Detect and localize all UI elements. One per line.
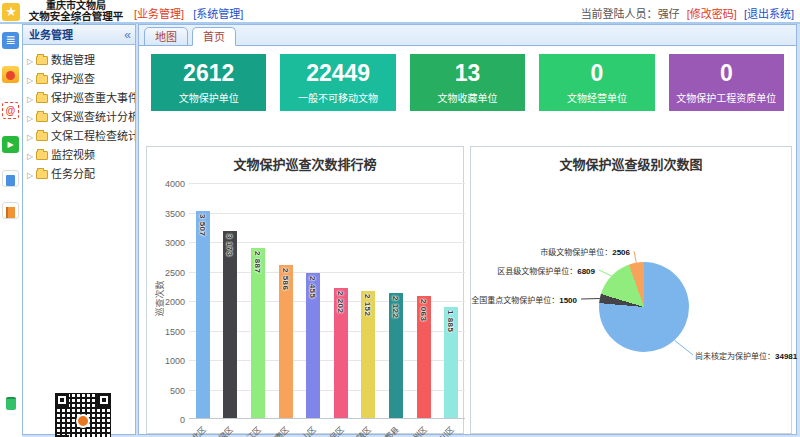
bar-value-label: 3 173	[225, 234, 234, 257]
stat-card-label: 文物保护单位	[151, 90, 266, 105]
change-password-link[interactable]: [修改密码]	[687, 8, 737, 20]
sidebar-collapse-icon[interactable]: «	[124, 25, 131, 45]
bar[interactable]: 3 507	[196, 211, 210, 418]
logout-link[interactable]: [退出系统]	[744, 8, 794, 20]
tab-map[interactable]: 地图	[144, 27, 188, 46]
weibo-icon[interactable]	[2, 66, 19, 83]
x-axis-category-label: 璧山区	[293, 424, 318, 437]
tree-item-label: 数据管理	[51, 54, 95, 66]
tree-expand-icon[interactable]: ▷	[27, 166, 36, 184]
folder-icon	[36, 151, 48, 160]
login-info: 当前登陆人员：强仔 [修改密码] [退出系统]	[581, 5, 794, 21]
x-axis-category-label: 合川区	[431, 424, 456, 437]
folder-icon	[36, 94, 48, 103]
stat-card-value: 22449	[280, 60, 395, 87]
pie-chart[interactable]	[599, 262, 689, 352]
tree-expand-icon[interactable]: ▷	[27, 109, 36, 127]
x-axis-category-label: 铜梁区	[211, 424, 236, 437]
bar[interactable]: 2 152	[361, 291, 375, 418]
tree-item[interactable]: ▷文保工程检查统计分析	[23, 127, 135, 146]
tree-expand-icon[interactable]: ▷	[27, 71, 36, 89]
bar[interactable]: 2 455	[306, 273, 320, 418]
at-mail-icon[interactable]: @	[2, 102, 19, 119]
bar-value-label: 2 455	[308, 276, 317, 299]
tree-expand-icon[interactable]: ▷	[27, 52, 36, 70]
pie-chart-panel: 文物保护巡查级别次数图 尚未核定为保护单位：34981全国重点文物保护单位：15…	[470, 146, 792, 434]
qr-code	[55, 393, 111, 437]
bar[interactable]: 1 885	[444, 307, 458, 418]
tree-item-label: 保护巡查重大事件	[51, 92, 135, 104]
tree-item[interactable]: ▷任务分配	[23, 165, 135, 184]
folder-icon	[36, 170, 48, 179]
x-axis-category-label: 渝北区	[183, 424, 208, 437]
stat-card: 22449一般不可移动文物	[280, 54, 395, 111]
x-axis-category-label: 丰都县	[376, 424, 401, 437]
bar[interactable]: 2 586	[279, 265, 293, 418]
bar-chart-plot: 3 5073 1732 8872 5862 4552 2022 1522 122…	[189, 183, 465, 419]
sidebar-title: 业务管理	[29, 29, 73, 41]
nav-system-link[interactable]: [系统管理]	[193, 8, 243, 20]
gridline	[189, 213, 465, 214]
pie-slice-name: 区县级文物保护单位：	[497, 267, 577, 276]
y-axis-tick: 4000	[151, 179, 185, 189]
pie-slice-value: 1500	[559, 296, 577, 305]
tree-expand-icon[interactable]: ▷	[27, 128, 36, 146]
stat-card-label: 文物收藏单位	[410, 90, 525, 105]
qr-finder-icon	[97, 393, 111, 407]
app-header: ★ 重庆市文物局 文物安全综合管理平台 [业务管理] [系统管理] 当前登陆人员…	[0, 0, 800, 24]
bar-value-label: 2 122	[391, 296, 400, 319]
bar-value-label: 2 887	[253, 251, 262, 274]
document-icon[interactable]	[2, 170, 19, 187]
pie-slice-label: 区县级文物保护单位：6809	[497, 265, 595, 276]
x-axis-category-label: 万州区	[404, 424, 429, 437]
stat-card-value: 2612	[151, 60, 266, 87]
book-icon[interactable]	[2, 202, 19, 219]
bar[interactable]: 2 202	[334, 288, 348, 418]
stat-card: 13文物收藏单位	[410, 54, 525, 111]
tree-item-label: 监控视频	[51, 149, 95, 161]
pie-slice-value: 6809	[577, 267, 595, 276]
folder-icon	[36, 75, 48, 84]
y-axis-tick: 3000	[151, 238, 185, 248]
dashboard-content: 2612文物保护单位22449一般不可移动文物13文物收藏单位0文物经营单位0文…	[139, 46, 796, 434]
bar-value-label: 2 586	[281, 268, 290, 291]
bar[interactable]: 2 063	[417, 296, 431, 418]
video-icon[interactable]: ▶	[2, 136, 19, 153]
tab-home[interactable]: 首页	[192, 27, 236, 46]
y-axis-tick: 1500	[151, 327, 185, 337]
tree-expand-icon[interactable]: ▷	[27, 147, 36, 165]
gridline	[189, 183, 465, 184]
pie-chart-title: 文物保护巡查级别次数图	[471, 154, 791, 173]
tree-item[interactable]: ▷监控视频	[23, 146, 135, 165]
bar[interactable]: 2 122	[389, 293, 403, 418]
tree-item[interactable]: ▷保护巡查	[23, 70, 135, 89]
y-axis-tick: 0	[151, 415, 185, 425]
bar[interactable]: 2 887	[251, 248, 265, 418]
main-panel: 地图 首页 2612文物保护单位22449一般不可移动文物13文物收藏单位0文物…	[138, 24, 797, 435]
app-logo-star-icon: ★	[2, 3, 20, 21]
tree-item[interactable]: ▷文保巡查统计分析	[23, 108, 135, 127]
folder-icon	[36, 132, 48, 141]
tree-item[interactable]: ▷保护巡查重大事件	[23, 89, 135, 108]
nav-business-link[interactable]: [业务管理]	[134, 8, 184, 20]
tree-item[interactable]: ▷数据管理	[23, 51, 135, 70]
x-axis-category-label: 巴南区	[266, 424, 291, 437]
top-nav: [业务管理] [系统管理]	[134, 5, 249, 21]
stat-card-value: 0	[669, 60, 784, 87]
tab-bar: 地图 首页	[139, 25, 796, 46]
y-axis-tick: 500	[151, 386, 185, 396]
y-axis-tick: 2000	[151, 297, 185, 307]
stat-card-label: 文物经营单位	[539, 90, 654, 105]
news-icon[interactable]: ≣	[2, 32, 19, 49]
pie-slice-value: 34981	[775, 352, 797, 361]
sidebar: 业务管理 « ▷数据管理▷保护巡查▷保护巡查重大事件▷文保巡查统计分析▷文保工程…	[22, 24, 136, 435]
stat-card: 0文物经营单位	[539, 54, 654, 111]
tree-expand-icon[interactable]: ▷	[27, 90, 36, 108]
tree-item-label: 任务分配	[51, 168, 95, 180]
battery-icon[interactable]	[2, 394, 19, 411]
bar[interactable]: 3 173	[223, 231, 237, 418]
sidebar-tree: ▷数据管理▷保护巡查▷保护巡查重大事件▷文保巡查统计分析▷文保工程检查统计分析▷…	[23, 45, 135, 184]
bar-chart-title: 文物保护巡查次数排行榜	[147, 154, 463, 173]
login-user: 强仔	[658, 8, 680, 20]
pie-slice-label: 全国重点文物保护单位：1500	[471, 294, 577, 305]
